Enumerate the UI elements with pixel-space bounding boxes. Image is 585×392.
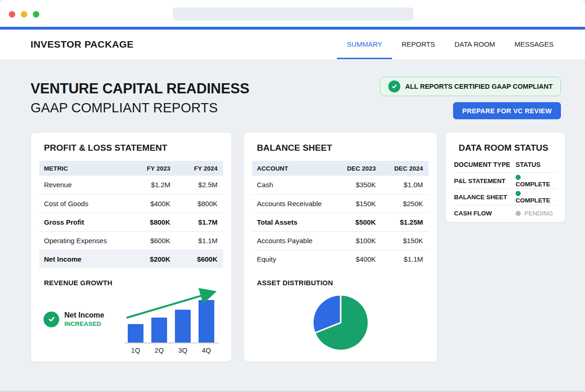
growth-status-label: INCREASED xyxy=(64,320,104,327)
status-label: PENDING xyxy=(524,210,553,217)
dr-col-document-type: DOCUMENT TYPE xyxy=(454,161,516,173)
balance-col-dec2023: DEC 2023 xyxy=(334,161,381,176)
table-row: CASH FLOWPENDING xyxy=(454,205,557,221)
balance-sheet-card: BALANCE SHEET ACCOUNT DEC 2023 DEC 2024 … xyxy=(243,132,437,362)
pnl-card-title: PROFIT & LOSS STATEMENT xyxy=(44,143,223,153)
status-cell: COMPLETE xyxy=(516,173,557,189)
table-row: Cost of Goods$400K$800K xyxy=(39,194,223,213)
data-room-table-header: DOCUMENT TYPE STATUS xyxy=(454,161,557,173)
table-row: Cash$350K$1.0M xyxy=(252,176,429,194)
bar-label: 1Q xyxy=(128,347,143,354)
row-value: $600K xyxy=(129,231,176,250)
check-icon xyxy=(388,80,400,92)
balance-col-dec2024: DEC 2024 xyxy=(381,161,429,176)
row-value: $350K xyxy=(334,176,381,194)
tab-data-room[interactable]: DATA ROOM xyxy=(445,30,505,59)
row-value: $1.7M xyxy=(176,213,223,231)
status-dot-icon xyxy=(516,175,521,180)
check-icon xyxy=(44,312,59,327)
bar-1Q xyxy=(128,324,143,343)
window-close-button[interactable] xyxy=(9,11,15,18)
row-value: $1.0M xyxy=(381,176,429,194)
bar-chart-baseline xyxy=(124,343,219,343)
row-value: $250K xyxy=(381,194,429,213)
row-label: Cost of Goods xyxy=(39,194,129,213)
page-title: INVESTOR PACKAGE xyxy=(31,30,134,59)
table-row: P&L STATEMENTCOMPLETE xyxy=(454,173,557,189)
row-value: $200K xyxy=(129,250,176,268)
table-row: Gross Profit$800K$1.7M xyxy=(39,213,223,231)
growth-indicator: Net Income INCREASED xyxy=(44,311,104,327)
bar-chart-labels: 1Q2Q3Q4Q xyxy=(124,347,219,354)
growth-metric-label: Net Income xyxy=(64,311,104,319)
row-value: $1.1M xyxy=(176,231,223,250)
trend-arrow-icon xyxy=(124,288,217,322)
pnl-table: METRIC FY 2023 FY 2024 Revenue$1.2M$2.5M… xyxy=(39,161,223,268)
row-label: Revenue xyxy=(39,176,129,194)
browser-chrome xyxy=(0,0,585,27)
pnl-col-fy2023: FY 2023 xyxy=(129,161,176,176)
hero-title: VENTURE CAPITAL READINESS xyxy=(31,81,249,97)
dr-col-status: STATUS xyxy=(516,161,557,173)
bar-label: 2Q xyxy=(151,347,167,354)
compliance-badge: ALL REPORTS CERTIFIED GAAP COMPLIANT xyxy=(380,77,561,96)
window-minimize-button[interactable] xyxy=(21,11,27,18)
data-room-status-card: DATA ROOM STATUS DOCUMENT TYPE STATUS P&… xyxy=(445,132,566,222)
table-row: Accounts Payable$100K$150K xyxy=(252,231,429,250)
window-zoom-button[interactable] xyxy=(33,11,39,18)
row-value: $150K xyxy=(334,194,381,213)
row-value: $1.2M xyxy=(129,176,176,194)
row-value: $2.5M xyxy=(176,176,223,194)
tab-summary[interactable]: SUMMARY xyxy=(337,30,392,59)
compliance-badge-label: ALL REPORTS CERTIFIED GAAP COMPLIANT xyxy=(405,83,553,90)
address-bar[interactable] xyxy=(173,7,413,21)
row-value: $150K xyxy=(381,231,429,250)
row-value: $800K xyxy=(176,194,223,213)
pnl-col-fy2024: FY 2024 xyxy=(176,161,223,176)
row-value: $500K xyxy=(334,213,381,231)
asset-distribution-title: ASSET DISTRIBUTION xyxy=(257,279,333,287)
balance-table: ACCOUNT DEC 2023 DEC 2024 Cash$350K$1.0M… xyxy=(252,161,429,268)
pnl-col-metric: METRIC xyxy=(39,161,129,176)
table-row: Operating Expenses$600K$1.1M xyxy=(39,231,223,250)
tab-reports[interactable]: REPORTS xyxy=(392,30,445,59)
row-label: Cash xyxy=(252,176,334,194)
status-dot-icon xyxy=(516,211,521,216)
asset-distribution-pie-chart xyxy=(311,293,371,353)
document-type-label: P&L STATEMENT xyxy=(454,173,516,189)
balance-col-account: ACCOUNT xyxy=(252,161,334,176)
hero-subtitle: GAAP COMPLIANT REPORTS xyxy=(31,100,218,116)
status-label: COMPLETE xyxy=(516,181,550,188)
revenue-growth-title: REVENUE GROWTH xyxy=(44,279,112,287)
data-room-card-title: DATA ROOM STATUS xyxy=(459,143,557,153)
table-row: Total Assets$500K$1.25M xyxy=(252,213,429,231)
row-label: Accounts Payable xyxy=(252,231,334,250)
row-label: Gross Profit xyxy=(39,213,129,231)
balance-table-header: ACCOUNT DEC 2023 DEC 2024 xyxy=(252,161,429,176)
pnl-card: PROFIT & LOSS STATEMENT METRIC FY 2023 F… xyxy=(31,132,232,362)
tab-messages[interactable]: MESSAGES xyxy=(505,30,563,59)
row-label: Accounts Receivable xyxy=(252,194,334,213)
window-controls xyxy=(9,11,39,18)
row-value: $600K xyxy=(176,250,223,268)
prepare-vc-review-button[interactable]: PREPARE FOR VC REVIEW xyxy=(453,102,561,119)
row-label: Net Income xyxy=(39,250,129,268)
row-value: $800K xyxy=(129,213,176,231)
row-value: $1.25M xyxy=(381,213,429,231)
status-cell: PENDING xyxy=(516,205,557,221)
app-header: INVESTOR PACKAGE SUMMARYREPORTSDATA ROOM… xyxy=(0,30,585,60)
table-row: Equity$400K$1.1M xyxy=(252,250,429,268)
table-row: Net Income$200K$600K xyxy=(39,250,223,268)
document-type-label: CASH FLOW xyxy=(454,205,516,221)
table-row: Accounts Receivable$150K$250K xyxy=(252,194,429,213)
row-value: $100K xyxy=(334,231,381,250)
growth-indicator-text: Net Income INCREASED xyxy=(64,311,104,327)
status-label: COMPLETE xyxy=(516,197,550,204)
row-label: Operating Expenses xyxy=(39,231,129,250)
row-value: $1.1M xyxy=(381,250,429,268)
pnl-table-header: METRIC FY 2023 FY 2024 xyxy=(39,161,223,176)
row-label: Equity xyxy=(252,250,334,268)
table-row: BALANCE SHEETCOMPLETE xyxy=(454,189,557,205)
table-row: Revenue$1.2M$2.5M xyxy=(39,176,223,194)
main-content: VENTURE CAPITAL READINESS GAAP COMPLIANT… xyxy=(0,60,585,392)
